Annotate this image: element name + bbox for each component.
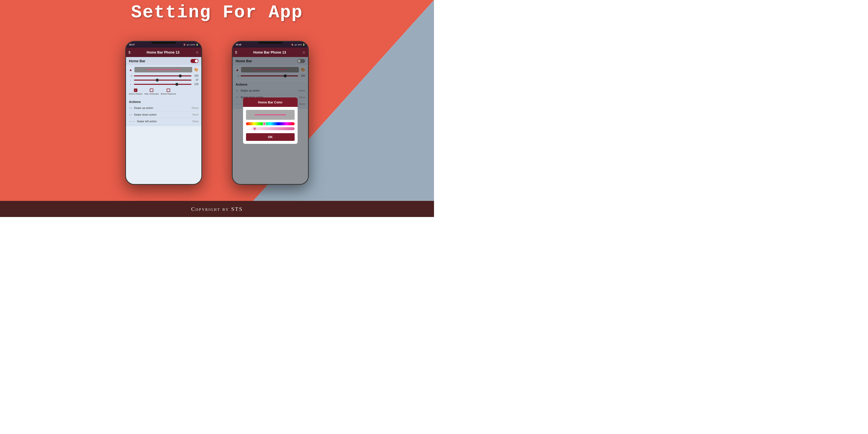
app-content-right: Home Bar ▲ 🎨 →| — [232, 57, 308, 184]
color-preview-row: ▲ 🎨 — [129, 67, 198, 72]
slider-value-2: 47 — [193, 79, 198, 81]
status-time-right: 19:16 — [236, 43, 241, 46]
slider-track-1[interactable] — [134, 75, 191, 76]
swipe-up-icon-left: ↑↓ — [129, 106, 132, 110]
header-left-icon[interactable]: $ — [128, 50, 130, 54]
dialog-sat-thumb[interactable] — [253, 127, 256, 130]
actions-section-left: Actions ↑↓ Swipe up action Home ↓↑ Swipe… — [126, 98, 202, 126]
battery-icon: 🔋 — [196, 44, 198, 46]
slider-width-icon: →| — [129, 74, 132, 77]
color-bar-left[interactable] — [134, 67, 192, 72]
checkbox-button-shadow-box[interactable] — [134, 89, 137, 92]
battery-left: 100% — [190, 44, 195, 46]
status-time-left: 19:17 — [129, 43, 135, 46]
action-swipe-down-left[interactable]: ↓↑ Swipe down action None — [129, 111, 198, 118]
action-swipe-up-left[interactable]: ↑↓ Swipe up action Home — [129, 105, 198, 111]
checkbox-button-shadow-label: Button Shadow — [129, 93, 142, 95]
slider-position-left: ↕ 129 — [129, 83, 198, 86]
dialog-body: OK — [243, 107, 298, 144]
controls-area-left: ▲ 🎨 →| 150 — [126, 65, 202, 98]
status-icons-left: 🔇 ▲ll 100% 🔋 — [183, 44, 198, 46]
checkbox-behind-keyboard-box[interactable] — [167, 89, 170, 92]
checkbox-behind-keyboard-label: Behind Keyboard — [161, 93, 176, 95]
slider-height-icon: ↓ — [129, 79, 132, 81]
swipe-up-value-left: Home — [192, 106, 198, 110]
footer-text: Copyright by STS — [191, 206, 243, 212]
slider-thumb-1[interactable] — [179, 74, 182, 78]
app-header-right: $ Home Bar Phone 13 ☆ — [232, 48, 308, 57]
header-right-icon-right[interactable]: ☆ — [302, 50, 306, 54]
status-icons-right: 🔇 ▲ll 99% 🔋 — [291, 44, 305, 46]
checkboxes-row-left: Button Shadow Hide Landscape Behind Keyb… — [129, 87, 198, 96]
phone-right: 19:16 🔇 ▲ll 99% 🔋 $ Home Bar Phone 13 ☆ … — [232, 41, 309, 185]
home-bar-section-left: Home Bar — [126, 57, 202, 65]
nav-arrow-left: ▲ — [129, 68, 132, 72]
dialog-header: Home Bar Color — [243, 97, 298, 107]
slider-thumb-2[interactable] — [156, 79, 159, 82]
status-bar-right: 19:16 🔇 ▲ll 99% 🔋 — [232, 42, 308, 48]
dialog-hue-thumb[interactable] — [262, 122, 266, 125]
app-title-right: Home Bar Phone 13 — [253, 50, 286, 54]
checkbox-hide-landscape-box[interactable] — [150, 89, 153, 92]
slider-width-left: →| 150 — [129, 74, 198, 77]
slider-track-2[interactable] — [134, 80, 191, 81]
signal-icon: ▲ll — [186, 44, 189, 46]
footer: Copyright by STS — [0, 201, 434, 217]
slider-track-3[interactable] — [134, 84, 191, 85]
dialog-title: Home Bar Color — [258, 100, 283, 104]
page-title: Setting For App — [0, 2, 434, 23]
dialog-overlay: Home Bar Color — [232, 57, 308, 184]
checkbox-hide-landscape-label: Hide Landscape — [144, 93, 159, 95]
swipe-down-value-left: None — [192, 113, 198, 116]
app-content-left: Home Bar ▲ 🎨 →| — [126, 57, 202, 184]
phones-container: 19:17 🔇 ▲ll 100% 🔋 $ Home Bar Phone 13 ☆… — [0, 25, 434, 201]
swipe-left-icon-left: ←→ — [129, 120, 135, 123]
checkbox-button-shadow[interactable]: Button Shadow — [129, 89, 142, 95]
slider-value-1: 150 — [193, 74, 198, 77]
battery-right: 99% — [298, 44, 302, 46]
slider-value-3: 129 — [193, 83, 198, 86]
status-bar-left: 19:17 🔇 ▲ll 100% 🔋 — [126, 42, 202, 48]
header-left-icon-right[interactable]: $ — [235, 50, 237, 54]
mute-icon-right: 🔇 — [291, 44, 293, 46]
dialog-sat-slider[interactable] — [246, 127, 294, 130]
home-bar-title-left: Home Bar — [129, 59, 145, 63]
swipe-left-label-left: Swipe left action — [137, 120, 190, 123]
home-bar-toggle-left[interactable] — [190, 59, 198, 63]
swipe-down-label-left: Swipe down action — [134, 113, 190, 116]
app-header-left: $ Home Bar Phone 13 ☆ — [126, 48, 202, 57]
swipe-left-value-left: None — [192, 120, 198, 123]
dialog-ok-button[interactable]: OK — [246, 133, 294, 141]
color-bar-fill-left — [146, 69, 181, 70]
dialog-color-preview — [246, 110, 294, 120]
color-dialog: Home Bar Color — [243, 97, 298, 144]
swipe-down-icon-left: ↓↑ — [129, 113, 132, 116]
signal-icon-right: ▲ll — [294, 44, 297, 46]
battery-icon-right: 🔋 — [303, 44, 305, 46]
slider-position-icon: ↕ — [129, 83, 132, 86]
mute-icon: 🔇 — [183, 44, 186, 46]
swipe-up-label-left: Swipe up action — [134, 106, 190, 110]
phone-left: 19:17 🔇 ▲ll 100% 🔋 $ Home Bar Phone 13 ☆… — [125, 41, 202, 185]
slider-height-left: ↓ 47 — [129, 79, 198, 81]
header-right-icon[interactable]: ☆ — [196, 50, 199, 54]
dialog-color-line — [254, 114, 286, 115]
app-title-left: Home Bar Phone 13 — [147, 50, 179, 54]
actions-title-left: Actions — [129, 100, 198, 104]
dialog-hue-slider[interactable] — [246, 122, 294, 125]
action-swipe-left-left[interactable]: ←→ Swipe left action None — [129, 118, 198, 125]
palette-icon-left[interactable]: 🎨 — [194, 68, 198, 72]
checkbox-behind-keyboard[interactable]: Behind Keyboard — [161, 89, 176, 95]
slider-thumb-3[interactable] — [175, 83, 178, 86]
checkbox-hide-landscape[interactable]: Hide Landscape — [144, 89, 159, 95]
